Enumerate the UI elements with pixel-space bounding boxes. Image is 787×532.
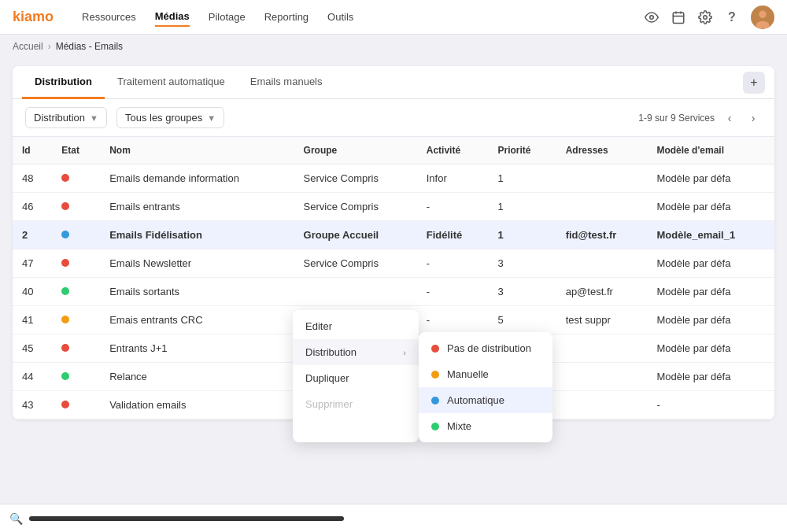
table-row[interactable]: 46 Emails entrants Service Compris - 1 M… (13, 193, 774, 221)
cell-etat (52, 391, 100, 419)
status-dot (61, 287, 69, 295)
context-menu: Editer Distribution › Dupliquer Supprime… (293, 310, 419, 442)
next-page-button[interactable]: › (745, 109, 762, 127)
mixte-dot (431, 423, 439, 430)
cell-modele: Modèle par défa (647, 249, 774, 278)
nav-item-outils[interactable]: Outils (327, 8, 353, 26)
gear-icon[interactable] (697, 9, 713, 25)
cell-adresses (556, 363, 648, 391)
cell-adresses (556, 164, 648, 193)
question-icon[interactable]: ? (724, 9, 740, 25)
nav-item-reporting[interactable]: Reporting (264, 8, 309, 26)
calendar-icon[interactable] (671, 9, 686, 25)
table-row[interactable]: 40 Emails sortants - 3 ap@test.fr Modèle… (13, 278, 774, 306)
distribution-submenu: Pas de distribution Manuelle Automatique… (419, 332, 552, 442)
cell-modele: Modèle par défa (647, 306, 774, 334)
tab-traitement[interactable]: Traitement automatique (105, 66, 238, 99)
cell-nom: Entrants J+1 (100, 334, 294, 363)
eye-icon[interactable] (644, 9, 660, 25)
breadcrumb-home[interactable]: Accueil (13, 41, 43, 52)
context-menu-distribution[interactable]: Distribution › (293, 339, 419, 365)
cell-id: 46 (13, 193, 52, 221)
tab-distribution[interactable]: Distribution (22, 66, 105, 99)
col-header-etat: Etat (52, 137, 100, 164)
cell-id: 47 (13, 249, 52, 278)
tab-emails-manuels[interactable]: Emails manuels (238, 66, 335, 99)
nav-item-medias[interactable]: Médias (155, 7, 190, 27)
bottom-search: 🔍 (9, 512, 778, 525)
status-dot (61, 174, 69, 182)
cell-priorite: 3 (488, 249, 556, 278)
cell-id: 48 (13, 164, 52, 193)
bottom-bar: 🔍 (0, 504, 787, 532)
table-row[interactable]: 47 Emails Newsletter Service Compris - 3… (13, 249, 774, 278)
cell-id: 45 (13, 334, 52, 363)
svg-point-5 (704, 15, 708, 19)
automatique-label: Automatique (447, 394, 504, 406)
cell-id: 2 (13, 221, 52, 249)
cell-groupe (294, 278, 417, 306)
nav-item-pilotage[interactable]: Pilotage (209, 8, 246, 26)
cell-groupe: Service Compris (294, 164, 417, 193)
cell-modele: Modèle par défa (647, 363, 774, 391)
col-header-adresses: Adresses (556, 137, 648, 164)
top-navigation: kiamo Ressources Médias Pilotage Reporti… (0, 0, 787, 35)
cell-nom: Validation emails (100, 391, 294, 419)
col-header-groupe: Groupe (294, 137, 417, 164)
cell-etat (52, 306, 100, 334)
context-menu-editer[interactable]: Editer (293, 313, 419, 339)
cell-groupe: Service Compris (294, 249, 417, 278)
cell-priorite: 1 (488, 193, 556, 221)
avatar[interactable] (751, 6, 774, 29)
distribution-filter-label: Distribution (34, 112, 85, 124)
cell-id: 40 (13, 278, 52, 306)
context-menu-dupliquer[interactable]: Dupliquer (293, 365, 419, 391)
distribution-filter[interactable]: Distribution ▼ (25, 107, 107, 128)
context-menu-wrapper: Editer Distribution › Dupliquer Supprime… (293, 310, 552, 442)
filters-bar: Distribution ▼ Tous les groupes ▼ 1-9 su… (13, 99, 774, 137)
prev-page-button[interactable]: ‹ (721, 109, 738, 127)
cell-priorite: 1 (488, 164, 556, 193)
cell-priorite: 1 (488, 221, 556, 249)
search-icon: 🔍 (9, 512, 23, 525)
cell-modele: - (647, 391, 774, 419)
col-header-nom: Nom (100, 137, 294, 164)
pas-distribution-dot (431, 345, 439, 353)
cell-activite: - (417, 249, 489, 278)
cell-adresses: fid@test.fr (556, 221, 648, 249)
cell-etat (52, 221, 100, 249)
svg-rect-1 (673, 13, 684, 24)
submenu-automatique[interactable]: Automatique (419, 387, 552, 413)
add-tab-button[interactable]: + (743, 72, 765, 94)
status-dot (61, 344, 69, 352)
cell-etat (52, 164, 100, 193)
cell-modele: Modèle par défa (647, 164, 774, 193)
svg-point-7 (759, 10, 766, 17)
manuelle-dot (431, 371, 439, 379)
nav-item-ressources[interactable]: Ressources (82, 8, 136, 26)
context-menu-supprimer: Supprimer (293, 391, 419, 417)
col-header-modele: Modèle d'email (647, 137, 774, 164)
mixte-label: Mixte (447, 420, 471, 432)
cell-id: 44 (13, 363, 52, 391)
table-row[interactable]: 2 Emails Fidélisation Groupe Accueil Fid… (13, 221, 774, 249)
context-menu-dupliquer-label: Dupliquer (305, 372, 349, 384)
pagination-info: 1-9 sur 9 Services ‹ › (638, 109, 762, 127)
main-content: Distribution Traitement automatique Emai… (0, 58, 787, 427)
col-header-id: Id (13, 137, 52, 164)
groups-filter[interactable]: Tous les groupes ▼ (116, 107, 224, 128)
cell-modele: Modèle par défa (647, 334, 774, 363)
submenu-manuelle[interactable]: Manuelle (419, 361, 552, 387)
app-logo: kiamo (13, 9, 54, 25)
breadcrumb-separator: › (48, 41, 51, 52)
cell-nom: Emais entrants CRC (100, 306, 294, 334)
table-row[interactable]: 48 Emails demande information Service Co… (13, 164, 774, 193)
cell-nom: Emails Newsletter (100, 249, 294, 278)
status-dot (61, 372, 69, 380)
submenu-pas-distribution[interactable]: Pas de distribution (419, 335, 552, 361)
search-bar[interactable] (29, 516, 344, 521)
cell-adresses: test suppr (556, 306, 648, 334)
tabs-bar: Distribution Traitement automatique Emai… (13, 66, 774, 99)
status-dot (61, 401, 69, 408)
submenu-mixte[interactable]: Mixte (419, 413, 552, 439)
